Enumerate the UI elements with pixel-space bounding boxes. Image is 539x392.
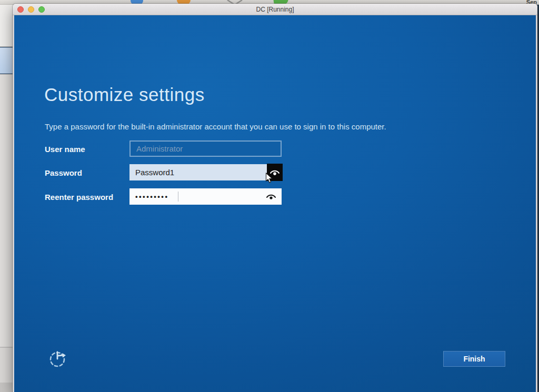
background-window-lower [0, 348, 13, 383]
background-window-header [0, 5, 13, 47]
password-label: Password [45, 168, 82, 177]
reenter-password-input[interactable] [129, 188, 282, 205]
ease-of-access-button[interactable] [47, 348, 67, 368]
ease-of-access-icon [47, 348, 67, 368]
username-input[interactable] [129, 140, 282, 157]
finish-button[interactable]: Finish [443, 351, 505, 367]
password-input[interactable] [129, 164, 282, 180]
reenter-password-field-wrapper [129, 188, 282, 205]
background-window-selected-row [0, 47, 13, 74]
password-field-wrapper [129, 164, 282, 180]
username-label: User name [45, 145, 85, 154]
background-window-edge [0, 5, 13, 392]
reenter-password-label: Reenter password [45, 193, 113, 202]
background-window-body [0, 74, 13, 347]
window-title: DC [Running] [13, 6, 537, 13]
text-caret [178, 192, 178, 202]
page-subtitle: Type a password for the built-in adminis… [45, 122, 386, 131]
reenter-reveal-button[interactable] [265, 188, 277, 205]
oobe-screen: Customize settings Type a password for t… [14, 15, 536, 392]
page-title: Customize settings [44, 84, 205, 105]
username-field-wrapper [129, 140, 282, 157]
vm-window: DC [Running] Customize settings Type a p… [13, 4, 537, 392]
mouse-cursor-icon [265, 173, 273, 184]
window-titlebar[interactable]: DC [Running] [13, 4, 537, 15]
eye-icon [266, 193, 276, 200]
background-window-footer [0, 383, 13, 392]
